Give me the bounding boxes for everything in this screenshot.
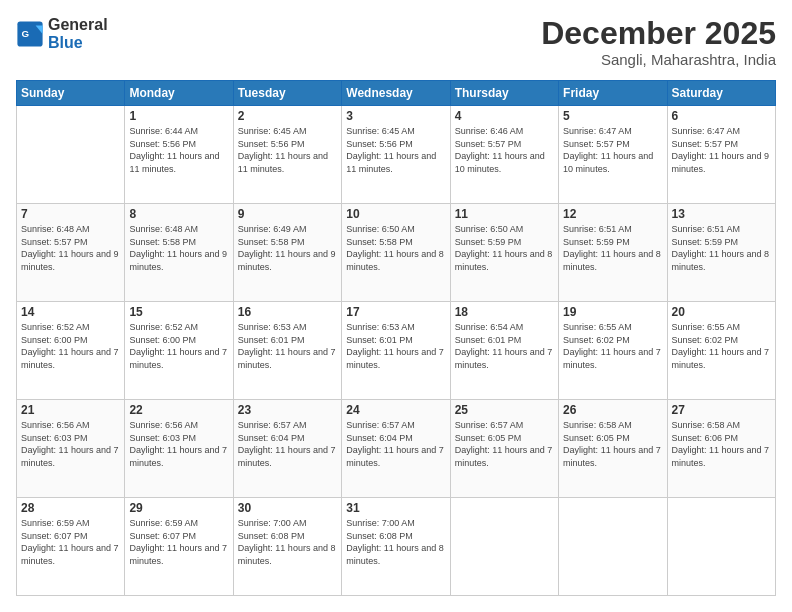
table-cell: 28 Sunrise: 6:59 AMSunset: 6:07 PMDaylig… — [17, 498, 125, 596]
day-number: 19 — [563, 305, 662, 319]
header: G General Blue December 2025 Sangli, Mah… — [16, 16, 776, 68]
table-cell: 31 Sunrise: 7:00 AMSunset: 6:08 PMDaylig… — [342, 498, 450, 596]
day-info: Sunrise: 7:00 AMSunset: 6:08 PMDaylight:… — [346, 518, 444, 566]
table-cell: 11 Sunrise: 6:50 AMSunset: 5:59 PMDaylig… — [450, 204, 558, 302]
day-info: Sunrise: 6:46 AMSunset: 5:57 PMDaylight:… — [455, 126, 545, 174]
day-number: 24 — [346, 403, 445, 417]
table-cell: 20 Sunrise: 6:55 AMSunset: 6:02 PMDaylig… — [667, 302, 775, 400]
day-number: 26 — [563, 403, 662, 417]
day-number: 28 — [21, 501, 120, 515]
day-number: 13 — [672, 207, 771, 221]
day-info: Sunrise: 6:55 AMSunset: 6:02 PMDaylight:… — [672, 322, 770, 370]
calendar-table: Sunday Monday Tuesday Wednesday Thursday… — [16, 80, 776, 596]
day-info: Sunrise: 6:44 AMSunset: 5:56 PMDaylight:… — [129, 126, 219, 174]
logo-icon: G — [16, 20, 44, 48]
day-info: Sunrise: 6:57 AMSunset: 6:05 PMDaylight:… — [455, 420, 553, 468]
day-info: Sunrise: 6:48 AMSunset: 5:57 PMDaylight:… — [21, 224, 119, 272]
day-number: 16 — [238, 305, 337, 319]
day-info: Sunrise: 6:56 AMSunset: 6:03 PMDaylight:… — [129, 420, 227, 468]
day-number: 9 — [238, 207, 337, 221]
day-number: 17 — [346, 305, 445, 319]
header-wednesday: Wednesday — [342, 81, 450, 106]
table-cell: 18 Sunrise: 6:54 AMSunset: 6:01 PMDaylig… — [450, 302, 558, 400]
day-info: Sunrise: 6:47 AMSunset: 5:57 PMDaylight:… — [563, 126, 653, 174]
day-info: Sunrise: 6:56 AMSunset: 6:03 PMDaylight:… — [21, 420, 119, 468]
day-number: 22 — [129, 403, 228, 417]
table-cell: 13 Sunrise: 6:51 AMSunset: 5:59 PMDaylig… — [667, 204, 775, 302]
logo-text: General Blue — [48, 16, 108, 51]
table-cell: 30 Sunrise: 7:00 AMSunset: 6:08 PMDaylig… — [233, 498, 341, 596]
day-number: 7 — [21, 207, 120, 221]
table-cell: 14 Sunrise: 6:52 AMSunset: 6:00 PMDaylig… — [17, 302, 125, 400]
page: G General Blue December 2025 Sangli, Mah… — [0, 0, 792, 612]
table-cell: 22 Sunrise: 6:56 AMSunset: 6:03 PMDaylig… — [125, 400, 233, 498]
week-row-2: 7 Sunrise: 6:48 AMSunset: 5:57 PMDayligh… — [17, 204, 776, 302]
day-info: Sunrise: 6:45 AMSunset: 5:56 PMDaylight:… — [346, 126, 436, 174]
header-thursday: Thursday — [450, 81, 558, 106]
table-cell: 4 Sunrise: 6:46 AMSunset: 5:57 PMDayligh… — [450, 106, 558, 204]
day-number: 14 — [21, 305, 120, 319]
day-number: 6 — [672, 109, 771, 123]
table-cell: 5 Sunrise: 6:47 AMSunset: 5:57 PMDayligh… — [559, 106, 667, 204]
day-number: 29 — [129, 501, 228, 515]
day-number: 23 — [238, 403, 337, 417]
table-cell: 9 Sunrise: 6:49 AMSunset: 5:58 PMDayligh… — [233, 204, 341, 302]
day-info: Sunrise: 6:52 AMSunset: 6:00 PMDaylight:… — [21, 322, 119, 370]
table-cell: 16 Sunrise: 6:53 AMSunset: 6:01 PMDaylig… — [233, 302, 341, 400]
table-cell: 27 Sunrise: 6:58 AMSunset: 6:06 PMDaylig… — [667, 400, 775, 498]
header-tuesday: Tuesday — [233, 81, 341, 106]
table-cell — [17, 106, 125, 204]
weekday-header-row: Sunday Monday Tuesday Wednesday Thursday… — [17, 81, 776, 106]
day-info: Sunrise: 6:50 AMSunset: 5:59 PMDaylight:… — [455, 224, 553, 272]
logo: G General Blue — [16, 16, 108, 51]
table-cell — [559, 498, 667, 596]
svg-text:G: G — [22, 27, 30, 38]
day-number: 21 — [21, 403, 120, 417]
day-number: 3 — [346, 109, 445, 123]
day-info: Sunrise: 6:48 AMSunset: 5:58 PMDaylight:… — [129, 224, 227, 272]
day-number: 20 — [672, 305, 771, 319]
day-info: Sunrise: 7:00 AMSunset: 6:08 PMDaylight:… — [238, 518, 336, 566]
day-info: Sunrise: 6:51 AMSunset: 5:59 PMDaylight:… — [563, 224, 661, 272]
day-info: Sunrise: 6:45 AMSunset: 5:56 PMDaylight:… — [238, 126, 328, 174]
table-cell: 21 Sunrise: 6:56 AMSunset: 6:03 PMDaylig… — [17, 400, 125, 498]
day-number: 30 — [238, 501, 337, 515]
table-cell — [667, 498, 775, 596]
table-cell: 19 Sunrise: 6:55 AMSunset: 6:02 PMDaylig… — [559, 302, 667, 400]
table-cell: 2 Sunrise: 6:45 AMSunset: 5:56 PMDayligh… — [233, 106, 341, 204]
day-info: Sunrise: 6:52 AMSunset: 6:00 PMDaylight:… — [129, 322, 227, 370]
day-info: Sunrise: 6:57 AMSunset: 6:04 PMDaylight:… — [346, 420, 444, 468]
week-row-1: 1 Sunrise: 6:44 AMSunset: 5:56 PMDayligh… — [17, 106, 776, 204]
day-number: 27 — [672, 403, 771, 417]
header-friday: Friday — [559, 81, 667, 106]
day-info: Sunrise: 6:58 AMSunset: 6:06 PMDaylight:… — [672, 420, 770, 468]
day-info: Sunrise: 6:51 AMSunset: 5:59 PMDaylight:… — [672, 224, 770, 272]
header-sunday: Sunday — [17, 81, 125, 106]
day-info: Sunrise: 6:59 AMSunset: 6:07 PMDaylight:… — [21, 518, 119, 566]
table-cell: 25 Sunrise: 6:57 AMSunset: 6:05 PMDaylig… — [450, 400, 558, 498]
location-title: Sangli, Maharashtra, India — [541, 51, 776, 68]
table-cell: 15 Sunrise: 6:52 AMSunset: 6:00 PMDaylig… — [125, 302, 233, 400]
table-cell: 10 Sunrise: 6:50 AMSunset: 5:58 PMDaylig… — [342, 204, 450, 302]
title-area: December 2025 Sangli, Maharashtra, India — [541, 16, 776, 68]
table-cell: 17 Sunrise: 6:53 AMSunset: 6:01 PMDaylig… — [342, 302, 450, 400]
day-info: Sunrise: 6:53 AMSunset: 6:01 PMDaylight:… — [346, 322, 444, 370]
day-info: Sunrise: 6:53 AMSunset: 6:01 PMDaylight:… — [238, 322, 336, 370]
table-cell: 29 Sunrise: 6:59 AMSunset: 6:07 PMDaylig… — [125, 498, 233, 596]
table-cell: 1 Sunrise: 6:44 AMSunset: 5:56 PMDayligh… — [125, 106, 233, 204]
day-info: Sunrise: 6:55 AMSunset: 6:02 PMDaylight:… — [563, 322, 661, 370]
logo-general: General — [48, 16, 108, 33]
table-cell: 3 Sunrise: 6:45 AMSunset: 5:56 PMDayligh… — [342, 106, 450, 204]
week-row-5: 28 Sunrise: 6:59 AMSunset: 6:07 PMDaylig… — [17, 498, 776, 596]
day-number: 1 — [129, 109, 228, 123]
week-row-3: 14 Sunrise: 6:52 AMSunset: 6:00 PMDaylig… — [17, 302, 776, 400]
table-cell: 7 Sunrise: 6:48 AMSunset: 5:57 PMDayligh… — [17, 204, 125, 302]
day-number: 4 — [455, 109, 554, 123]
day-number: 11 — [455, 207, 554, 221]
table-cell: 24 Sunrise: 6:57 AMSunset: 6:04 PMDaylig… — [342, 400, 450, 498]
day-number: 8 — [129, 207, 228, 221]
day-number: 18 — [455, 305, 554, 319]
day-number: 2 — [238, 109, 337, 123]
table-cell: 6 Sunrise: 6:47 AMSunset: 5:57 PMDayligh… — [667, 106, 775, 204]
day-info: Sunrise: 6:54 AMSunset: 6:01 PMDaylight:… — [455, 322, 553, 370]
